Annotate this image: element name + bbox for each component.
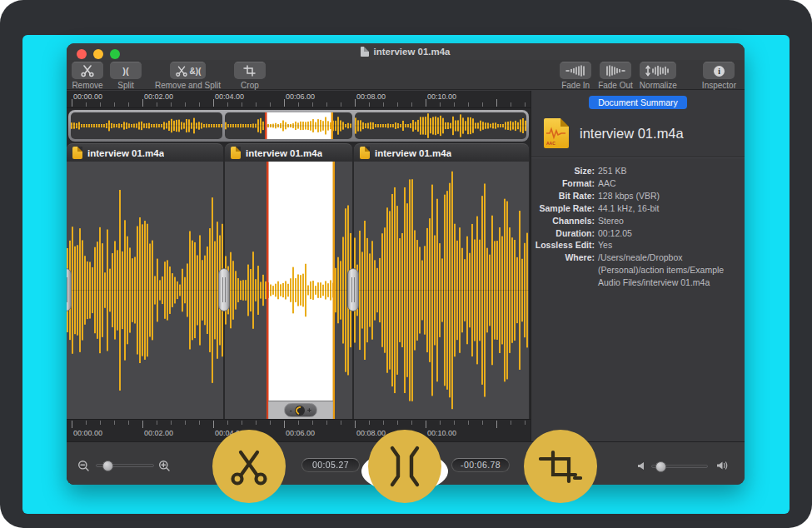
ruler-tick: [312, 102, 313, 107]
zoom-slider-knob[interactable]: [102, 461, 113, 471]
audio-file-icon: [360, 147, 370, 159]
ruler-tick: [171, 421, 172, 425]
overview-segment-3[interactable]: [355, 112, 526, 139]
track-3: interview 01.m4a: [354, 143, 529, 419]
ruler-tick: [341, 102, 341, 107]
split-icon: )(: [122, 66, 128, 76]
split-handle-left-edge[interactable]: [67, 268, 72, 311]
split-handle-1[interactable]: [218, 268, 230, 311]
ruler-tick: [100, 421, 101, 425]
gain-plus[interactable]: +: [307, 406, 311, 415]
ruler-tick: [482, 102, 483, 107]
normalize-icon: [645, 64, 671, 77]
ruler-label: 00:06.00: [286, 92, 315, 101]
fade-in-button[interactable]: Fade In: [560, 62, 591, 90]
document-summary-badge[interactable]: Document Summary: [589, 96, 687, 109]
ruler-tick: [213, 99, 214, 107]
ruler-tick: [100, 102, 101, 107]
gain-knob-icon: [295, 406, 305, 416]
crop-button[interactable]: Crop: [234, 62, 266, 90]
fade-in-icon: [565, 64, 586, 77]
ruler-label: 00:00.00: [73, 92, 102, 101]
audio-file-icon: [231, 147, 241, 159]
window-title: interview 01.m4a: [67, 47, 745, 57]
ruler-label: 00:08.00: [356, 429, 386, 437]
ruler-tick: [496, 421, 497, 428]
toolbar: Remove )( Split &)( Remove and Split Cro…: [67, 60, 745, 90]
selection-start-time-display: 00:05.27: [301, 458, 360, 472]
audio-file-icon: [72, 147, 82, 159]
svg-text:i: i: [718, 67, 720, 76]
ruler-tick: [256, 421, 257, 425]
track-1-header[interactable]: interview 01.m4a: [67, 143, 223, 162]
ruler-tick: [511, 421, 511, 425]
ruler-tick: [341, 421, 341, 425]
ruler-tick: [369, 421, 370, 425]
meta-value: AAC: [598, 177, 735, 190]
timeline-ruler-top[interactable]: 00:00.00 00:02.00 00:04.00 00:06.00 00:0…: [67, 91, 531, 108]
meta-value: 00:12.05: [598, 227, 735, 240]
zoom-out-icon[interactable]: [77, 460, 90, 472]
ruler-tick: [284, 421, 285, 428]
ruler-tick: [86, 102, 87, 107]
ruler-tick: [256, 102, 257, 107]
ruler-tick: [114, 421, 115, 425]
inspector-sidebar: Document Summary AAC interview 01.m4a Si…: [531, 91, 745, 441]
selection-gain-strip: - +: [268, 401, 333, 419]
ruler-tick: [468, 421, 469, 425]
ruler-tick: [355, 99, 356, 107]
ruler-tick: [440, 102, 441, 107]
volume-slider-knob[interactable]: [655, 461, 666, 472]
ruler-tick: [355, 421, 356, 428]
ruler-tick: [157, 421, 157, 425]
meta-value: 128 kbps (VBR): [598, 190, 735, 202]
waveform-track-3[interactable]: [354, 162, 529, 419]
ruler-tick: [227, 102, 228, 107]
track-3-header[interactable]: interview 01.m4a: [354, 143, 529, 162]
split-button[interactable]: )( Split: [110, 62, 142, 90]
ruler-tick: [525, 102, 526, 107]
track-2-header[interactable]: interview 01.m4a: [225, 143, 352, 162]
ruler-tick: [383, 421, 384, 425]
normalize-button[interactable]: Normalize: [640, 62, 677, 90]
gain-minus[interactable]: -: [290, 406, 292, 415]
screenshot: interview 01.m4a Remove )( Split &)( Rem…: [0, 0, 812, 528]
ruler-tick: [157, 102, 157, 107]
timeline-ruler-bottom[interactable]: 00:00.00 00:02.00 00:04.00 00:06.00 00:0…: [67, 419, 531, 441]
ruler-label: 00:02.00: [144, 92, 173, 101]
track-1: interview 01.m4a: [67, 143, 223, 419]
callout-split-icon: [368, 430, 441, 503]
editor-pane: 00:00.00 00:02.00 00:04.00 00:06.00 00:0…: [67, 91, 531, 485]
ruler-tick: [426, 99, 426, 107]
overview-segment-2[interactable]: [225, 112, 352, 139]
file-header: AAC interview 01.m4a: [531, 109, 745, 157]
title-bar: interview 01.m4a: [67, 43, 745, 60]
ruler-tick: [185, 102, 186, 107]
inspector-button[interactable]: i Inspector: [702, 62, 736, 90]
ruler-tick: [397, 421, 398, 425]
volume-slider[interactable]: [651, 465, 708, 468]
split-handle-2[interactable]: [347, 268, 359, 311]
zoom-in-icon[interactable]: [158, 460, 171, 472]
waveform-track-2-selected[interactable]: [225, 162, 352, 419]
ruler-tick: [426, 421, 426, 428]
meta-value: Yes: [598, 239, 735, 252]
gain-adjust-control[interactable]: - +: [284, 403, 317, 417]
ruler-tick: [270, 421, 271, 425]
ruler-tick: [142, 99, 143, 107]
ruler-tick: [284, 99, 285, 107]
waveform-track-1[interactable]: [67, 162, 223, 419]
ruler-tick: [482, 421, 483, 425]
fade-out-button[interactable]: Fade Out: [598, 62, 633, 90]
ruler-tick: [185, 421, 186, 425]
zoom-slider[interactable]: [96, 464, 154, 467]
remove-button[interactable]: Remove: [72, 62, 103, 90]
remove-and-split-button[interactable]: &)( Remove and Split: [155, 62, 221, 90]
overview-segment-1[interactable]: [71, 112, 222, 139]
ruler-tick: [525, 421, 526, 425]
meta-label: Bit Rate:: [531, 190, 595, 202]
track-2: interview 01.m4a - +: [225, 143, 352, 419]
ruler-tick: [511, 102, 511, 107]
ruler-tick: [298, 102, 299, 107]
overview-scrubber[interactable]: [68, 110, 529, 142]
